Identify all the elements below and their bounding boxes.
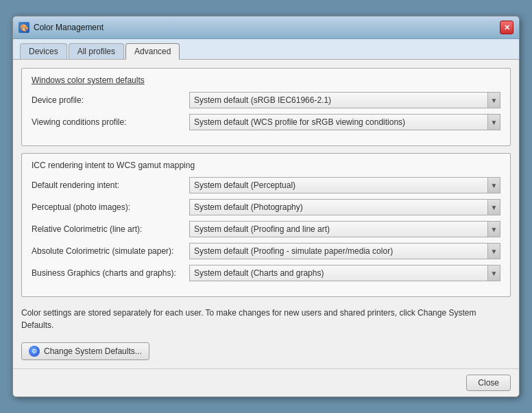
perceptual-row: Perceptual (photo images): System defaul… [32,199,500,215]
default-rendering-dropdown[interactable]: System default (Perceptual) ▼ [189,177,500,193]
change-defaults-label: Change System Defaults... [44,346,142,356]
title-bar: 🎨 Color Management ✕ [13,16,519,39]
device-profile-row: Device profile: System default (sRGB IEC… [32,92,500,108]
device-profile-arrow: ▼ [487,93,500,108]
icc-rendering-section: ICC rendering intent to WCS gamut mappin… [21,153,511,297]
change-defaults-icon: ⚙ [29,346,40,357]
business-graphics-arrow: ▼ [487,266,500,281]
tabs-bar: Devices All profiles Advanced [13,39,519,60]
absolute-colorimetric-dropdown[interactable]: System default (Proofing - simulate pape… [189,243,500,259]
business-graphics-dropdown[interactable]: System default (Charts and graphs) ▼ [189,265,500,281]
window-icon: 🎨 [19,22,29,33]
viewing-conditions-dropdown[interactable]: System default (WCS profile for sRGB vie… [189,114,500,130]
absolute-colorimetric-label: Absolute Colorimetric (simulate paper): [32,246,189,256]
window-close-button[interactable]: ✕ [500,21,513,34]
viewing-conditions-row: Viewing conditions profile: System defau… [32,114,500,130]
perceptual-value: System default (Photography) [194,202,487,212]
tab-advanced[interactable]: Advanced [125,43,180,60]
relative-colorimetric-dropdown[interactable]: System default (Proofing and line art) ▼ [189,221,500,237]
default-rendering-arrow: ▼ [487,178,500,193]
color-management-window: 🎨 Color Management ✕ Devices All profile… [12,16,520,397]
change-system-defaults-button[interactable]: ⚙ Change System Defaults... [21,342,149,360]
perceptual-dropdown[interactable]: System default (Photography) ▼ [189,199,500,215]
tab-all-profiles[interactable]: All profiles [69,43,124,59]
section1-title: Windows color system defaults [32,75,500,85]
business-graphics-label: Business Graphics (charts and graphs): [32,268,189,278]
default-rendering-label: Default rendering intent: [32,180,189,190]
absolute-colorimetric-value: System default (Proofing - simulate pape… [194,246,487,256]
default-rendering-value: System default (Perceptual) [194,180,487,190]
device-profile-value: System default (sRGB IEC61966-2.1) [194,95,487,105]
relative-colorimetric-value: System default (Proofing and line art) [194,224,487,234]
section2-title: ICC rendering intent to WCS gamut mappin… [32,161,500,170]
viewing-conditions-label: Viewing conditions profile: [32,117,189,127]
business-graphics-row: Business Graphics (charts and graphs): S… [32,265,500,281]
relative-colorimetric-label: Relative Colorimetric (line art): [32,224,189,234]
business-graphics-value: System default (Charts and graphs) [194,268,487,278]
device-profile-dropdown[interactable]: System default (sRGB IEC61966-2.1) ▼ [189,92,500,108]
tab-content: Windows color system defaults Device pro… [13,60,519,368]
window-title: Color Management [34,23,104,32]
relative-colorimetric-row: Relative Colorimetric (line art): System… [32,221,500,237]
viewing-conditions-value: System default (WCS profile for sRGB vie… [194,117,487,127]
title-bar-left: 🎨 Color Management [19,22,104,33]
info-text: Color settings are stored separately for… [21,304,511,334]
perceptual-label: Perceptual (photo images): [32,202,189,212]
close-button[interactable]: Close [466,375,511,391]
windows-color-system-section: Windows color system defaults Device pro… [21,68,511,146]
default-rendering-row: Default rendering intent: System default… [32,177,500,193]
viewing-conditions-arrow: ▼ [487,115,500,130]
absolute-colorimetric-arrow: ▼ [487,244,500,259]
bottom-bar: Close [13,368,519,397]
relative-colorimetric-arrow: ▼ [487,222,500,237]
device-profile-label: Device profile: [32,95,189,105]
perceptual-arrow: ▼ [487,200,500,215]
tab-devices[interactable]: Devices [20,43,67,59]
absolute-colorimetric-row: Absolute Colorimetric (simulate paper): … [32,243,500,259]
